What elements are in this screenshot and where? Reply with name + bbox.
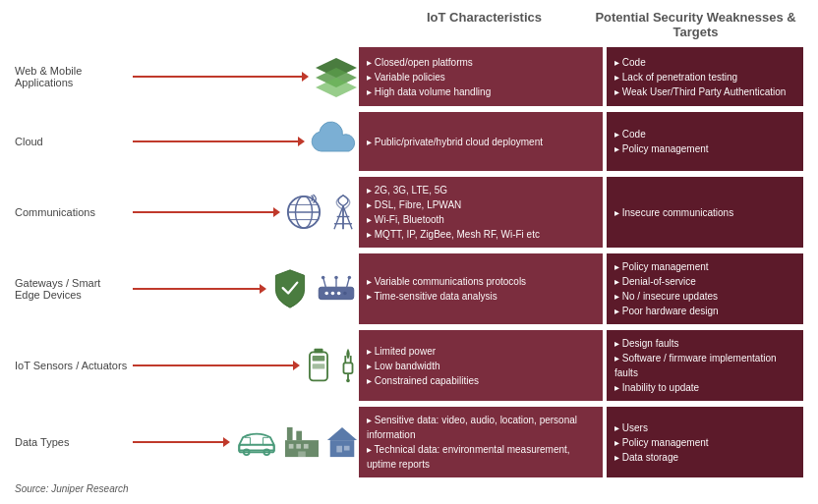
arrowhead-communications (273, 207, 280, 217)
vuln-list-cloud: Code Policy management (614, 127, 795, 156)
svg-point-15 (331, 292, 335, 296)
row-label-datatypes: Data Types (15, 407, 133, 477)
vuln-item: Policy management (614, 141, 795, 156)
svg-rect-25 (314, 349, 322, 354)
characteristics-gateways: Variable communications protocols Time-s… (359, 253, 603, 324)
row-label-communications: Communications (15, 177, 133, 248)
vuln-list-gateways: Policy management Denial-of-service No /… (614, 259, 795, 318)
data-cols-web-mobile: Closed/open platforms Variable policies … (359, 47, 803, 106)
row-label-gateways: Gateways / Smart Edge Devices (15, 253, 133, 324)
svg-marker-43 (327, 427, 357, 440)
char-item: Variable communications protocols (367, 274, 595, 289)
arrowhead-web-mobile (302, 72, 309, 82)
vuln-item: Software / firmware implementation fault… (614, 351, 795, 380)
char-item: High data volume handling (367, 84, 595, 99)
svg-line-11 (334, 206, 343, 230)
characteristics-web-mobile: Closed/open platforms Variable policies … (359, 47, 603, 106)
table-row: Cloud Public/private/hybrid cloud deploy… (15, 112, 803, 171)
vuln-list-sensors: Design faults Software / firmware implem… (614, 336, 795, 395)
vuln-item: Poor hardware design (614, 304, 795, 318)
house-icon (325, 425, 359, 459)
row-icons-cloud (133, 112, 359, 171)
svg-rect-37 (296, 431, 302, 440)
vuln-item: Data storage (614, 450, 795, 465)
vuln-item: Design faults (614, 336, 795, 351)
globe-icon (285, 194, 322, 231)
vuln-item: Inability to update (614, 380, 795, 395)
vulnerabilities-sensors: Design faults Software / firmware implem… (607, 330, 803, 401)
shield-check-icon (271, 268, 309, 309)
svg-marker-2 (316, 78, 357, 97)
svg-point-16 (337, 292, 341, 296)
char-item: Closed/open platforms (367, 55, 595, 70)
layers-icon (314, 54, 359, 99)
row-label-cloud: Cloud (15, 112, 133, 171)
arrow-datatypes (133, 437, 230, 447)
svg-rect-36 (287, 427, 293, 440)
svg-rect-41 (304, 444, 309, 449)
char-list-communications: 2G, 3G, LTE, 5G DSL, Fibre, LPWAN Wi-Fi,… (367, 183, 595, 242)
table-row: Data Types (15, 407, 803, 477)
characteristics-datatypes: Sensitive data: video, audio, location, … (359, 407, 603, 477)
vuln-item: Policy management (614, 259, 795, 274)
arrow-web-mobile (133, 72, 309, 82)
arrowhead-sensors (293, 361, 300, 370)
row-icons-communications (133, 177, 359, 248)
char-item: Constrained capabilities (367, 373, 595, 388)
cloud-icon (310, 124, 359, 159)
source-citation: Source: Juniper Research (15, 483, 803, 494)
characteristics-communications: 2G, 3G, LTE, 5G DSL, Fibre, LPWAN Wi-Fi,… (359, 177, 603, 248)
arrowhead-gateways (260, 284, 266, 294)
vuln-item: Lack of penetration testing (614, 70, 795, 84)
row-label-sensors: IoT Sensors / Actuators (15, 330, 133, 401)
vuln-item: Insecure communications (614, 205, 795, 220)
sensor-battery-icon (305, 347, 332, 384)
row-icons-sensors (133, 330, 359, 401)
vulnerabilities-cloud: Code Policy management (607, 112, 803, 171)
svg-rect-13 (319, 287, 354, 299)
svg-rect-40 (296, 444, 301, 449)
arrow-cloud (133, 137, 305, 146)
characteristics-sensors: Limited power Low bandwidth Constrained … (359, 330, 603, 401)
vulnerabilities-communications: Insecure communications (607, 177, 803, 248)
plug-actuator-icon (337, 347, 359, 384)
arrow-sensors (133, 361, 300, 370)
svg-rect-39 (289, 444, 294, 449)
row-icons-web-mobile (133, 47, 359, 106)
svg-point-21 (321, 276, 325, 280)
arrow-communications (133, 207, 280, 217)
char-item: Low bandwidth (367, 359, 595, 373)
vuln-list-communications: Insecure communications (614, 205, 795, 220)
vuln-item: No / insecure updates (614, 289, 795, 304)
data-cols-cloud: Public/private/hybrid cloud deployment C… (359, 112, 803, 171)
vuln-item: Weak User/Third Party Authentication (614, 84, 795, 99)
svg-point-14 (324, 292, 328, 296)
factory-icon (283, 425, 321, 459)
char-list-gateways: Variable communications protocols Time-s… (367, 274, 595, 304)
svg-rect-28 (343, 363, 352, 373)
data-cols-datatypes: Sensitive data: video, audio, location, … (359, 407, 803, 477)
router-icon (314, 273, 359, 305)
char-item: Technical data: environmental measuremen… (367, 442, 595, 472)
svg-rect-26 (313, 356, 325, 361)
svg-point-17 (343, 292, 347, 296)
iot-characteristics-header: IoT Characteristics (379, 10, 590, 39)
char-list-datatypes: Sensitive data: video, audio, location, … (367, 413, 595, 472)
characteristics-cloud: Public/private/hybrid cloud deployment (359, 112, 603, 171)
svg-point-32 (346, 379, 350, 383)
svg-rect-46 (344, 446, 350, 451)
vuln-list-web-mobile: Code Lack of penetration testing Weak Us… (614, 55, 795, 99)
char-list-web-mobile: Closed/open platforms Variable policies … (367, 55, 595, 99)
svg-point-22 (334, 276, 338, 280)
arrowhead-cloud (298, 137, 305, 146)
char-list-sensors: Limited power Low bandwidth Constrained … (367, 344, 595, 388)
char-item: MQTT, IP, ZigBee, Mesh RF, Wi-Fi etc (367, 227, 595, 242)
svg-rect-27 (313, 364, 325, 368)
vuln-item: Policy management (614, 435, 795, 450)
data-cols-sensors: Limited power Low bandwidth Constrained … (359, 330, 803, 401)
svg-line-12 (343, 206, 352, 230)
table-row: IoT Sensors / Actuators (15, 330, 803, 401)
arrowhead-datatypes (223, 437, 230, 447)
row-icons-gateways (133, 253, 359, 324)
char-item: Limited power (367, 344, 595, 359)
